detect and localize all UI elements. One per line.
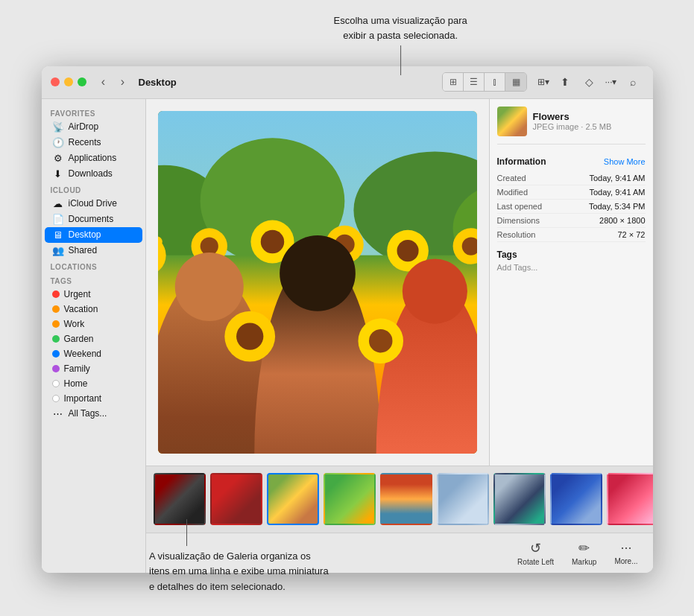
sidebar-item-airdrop[interactable]: 📡 AirDrop xyxy=(45,119,142,135)
sidebar-item-work[interactable]: Work xyxy=(45,317,142,331)
rotate-left-icon: ↺ xyxy=(530,540,541,556)
finder-window: ‹ › Desktop ⊞ ☰ ⫿ ▦ ⊞▾ ⬆ ◇ ···▾ ⌕ Favori… xyxy=(42,66,653,573)
sidebar-item-desktop[interactable]: 🖥 Desktop xyxy=(45,227,142,243)
important-dot xyxy=(52,395,60,402)
markup-button[interactable]: ✏ Markup xyxy=(564,537,604,569)
tooltip-bottom-connector xyxy=(186,519,187,546)
sidebar-item-recents[interactable]: 🕐 Recents xyxy=(45,135,142,150)
close-button[interactable] xyxy=(51,77,60,86)
view-list-button[interactable]: ☰ xyxy=(464,73,485,91)
svg-point-9 xyxy=(200,237,218,255)
thumbnail-4[interactable] xyxy=(324,473,376,525)
created-value: Today, 9:41 AM xyxy=(589,174,645,182)
thumbnail-7[interactable] xyxy=(493,473,546,525)
gallery-area xyxy=(146,99,489,466)
sidebar-item-garden[interactable]: Garden xyxy=(45,331,142,346)
gallery-main-image[interactable] xyxy=(146,99,489,466)
sidebar-item-important[interactable]: Important xyxy=(45,391,142,406)
icloud-section-label: iCloud xyxy=(42,182,145,196)
show-more-button[interactable]: Show More xyxy=(604,157,646,166)
sidebar-item-all-tags[interactable]: ⋯ All Tags... xyxy=(45,406,142,422)
forward-button[interactable]: › xyxy=(115,74,131,90)
sidebar-item-family[interactable]: Family xyxy=(45,361,142,376)
sidebar-item-documents[interactable]: 📄 Documents xyxy=(45,212,142,227)
tag-button[interactable]: ◇ xyxy=(578,72,600,92)
tooltip-top-connector xyxy=(400,45,401,75)
svg-point-23 xyxy=(280,235,356,311)
more-actions-label: More... xyxy=(614,557,637,565)
sidebar-item-vacation[interactable]: Vacation xyxy=(45,302,142,317)
add-tags-button[interactable]: Add Tags... xyxy=(497,263,646,272)
thumbnail-3[interactable] xyxy=(267,473,319,525)
thumbnail-8[interactable] xyxy=(550,473,602,525)
tooltip-top: Escolha uma visualização para exibir a p… xyxy=(334,13,467,75)
view-gallery-button[interactable]: ▦ xyxy=(505,73,526,91)
shared-icon: 👥 xyxy=(52,245,64,256)
rotate-left-label: Rotate Left xyxy=(517,558,554,566)
sidebar-item-garden-label: Garden xyxy=(64,334,94,344)
thumbnail-6[interactable] xyxy=(437,473,489,525)
thumbnail-1[interactable] xyxy=(154,473,206,525)
thumbnail-9[interactable] xyxy=(607,473,653,525)
applications-icon: ⚙ xyxy=(52,153,64,164)
sidebar-item-weekend[interactable]: Weekend xyxy=(45,346,142,361)
svg-point-29 xyxy=(236,323,263,349)
view-icon-button[interactable]: ⊞ xyxy=(443,73,464,91)
thumbnail-5[interactable] xyxy=(380,473,432,525)
info-panel: Flowers JPEG image · 2.5 MB Information … xyxy=(489,99,653,466)
sidebar-item-icloud-drive[interactable]: ☁ iCloud Drive xyxy=(45,196,142,212)
markup-label: Markup xyxy=(572,558,596,566)
svg-point-21 xyxy=(174,253,243,321)
sidebar-item-urgent[interactable]: Urgent xyxy=(45,287,142,302)
info-header: Flowers JPEG image · 2.5 MB xyxy=(497,107,646,145)
weekend-dot xyxy=(52,350,60,358)
tooltip-bottom-line2: itens em uma linha e exibe uma miniatura xyxy=(149,564,329,580)
tags-section-label: Tags xyxy=(42,273,145,287)
sidebar-item-downloads[interactable]: ⬇ Downloads xyxy=(45,166,142,182)
tooltip-bottom: A visualização de Galeria organiza os it… xyxy=(149,519,329,595)
traffic-lights xyxy=(51,77,86,86)
svg-point-31 xyxy=(369,328,392,352)
more-actions-icon: ··· xyxy=(620,540,631,556)
share-button[interactable]: ⬆ xyxy=(554,72,576,92)
sidebar-item-recents-label: Recents xyxy=(69,137,101,147)
info-row-resolution: Resolution 72 × 72 xyxy=(497,228,646,242)
icloud-drive-icon: ☁ xyxy=(52,198,64,209)
minimize-button[interactable] xyxy=(64,77,73,86)
info-file-name: Flowers xyxy=(533,111,612,122)
garden-dot xyxy=(52,335,60,343)
information-label: Information xyxy=(497,156,546,167)
sidebar-item-vacation-label: Vacation xyxy=(64,304,98,314)
dimensions-value: 2800 × 1800 xyxy=(599,216,645,225)
sidebar-item-home[interactable]: Home xyxy=(45,376,142,391)
maximize-button[interactable] xyxy=(78,77,86,86)
sidebar-item-weekend-label: Weekend xyxy=(64,349,101,359)
sidebar-item-applications[interactable]: ⚙ Applications xyxy=(45,150,142,166)
back-button[interactable]: ‹ xyxy=(95,74,112,90)
last-opened-label: Last opened xyxy=(497,202,543,211)
nav-buttons: ‹ › xyxy=(95,74,131,90)
family-dot xyxy=(52,365,60,372)
info-row-dimensions: Dimensions 2800 × 1800 xyxy=(497,214,646,228)
sidebar-item-icloud-label: iCloud Drive xyxy=(69,198,117,209)
gallery-and-info: Flowers JPEG image · 2.5 MB Information … xyxy=(146,99,653,466)
svg-point-11 xyxy=(260,229,283,253)
search-button[interactable]: ⌕ xyxy=(622,72,644,92)
group-button[interactable]: ⊞▾ xyxy=(534,72,552,92)
more-actions-button[interactable]: ··· More... xyxy=(607,537,645,568)
downloads-icon: ⬇ xyxy=(52,168,64,180)
thumbnail-2[interactable] xyxy=(210,473,262,525)
tooltip-bottom-line1: A visualização de Galeria organiza os xyxy=(149,549,329,565)
sidebar-item-documents-label: Documents xyxy=(69,214,114,224)
view-column-button[interactable]: ⫿ xyxy=(485,73,505,91)
resolution-label: Resolution xyxy=(497,230,536,239)
sidebar-item-applications-label: Applications xyxy=(69,153,117,163)
more-button[interactable]: ···▾ xyxy=(602,72,619,92)
vacation-dot xyxy=(52,305,60,313)
sidebar-item-shared[interactable]: 👥 Shared xyxy=(45,243,142,258)
svg-point-15 xyxy=(397,240,418,261)
info-section-header: Information Show More xyxy=(497,156,646,167)
rotate-left-button[interactable]: ↺ Rotate Left xyxy=(510,537,561,569)
sidebar-item-airdrop-label: AirDrop xyxy=(69,121,99,132)
sidebar-item-family-label: Family xyxy=(64,363,90,374)
